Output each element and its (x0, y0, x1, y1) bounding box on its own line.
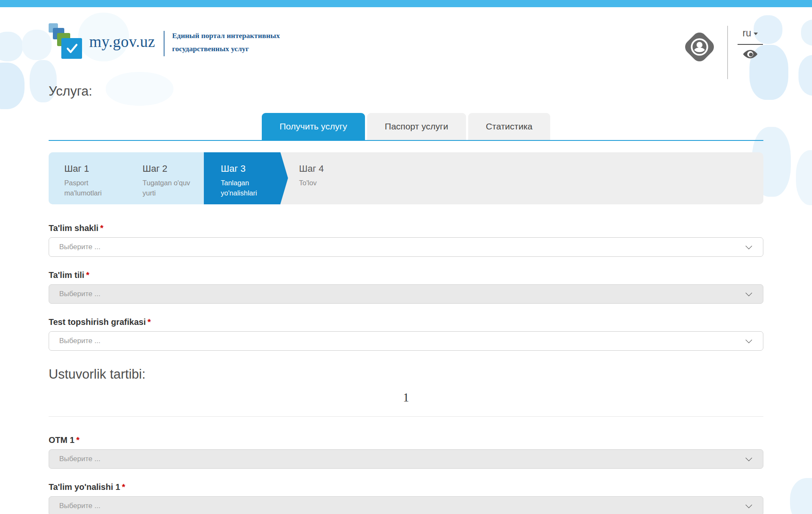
tab-get-service[interactable]: Получить услугу (262, 113, 365, 140)
page-title: Услуга: (49, 84, 763, 99)
priority-number: 1 (49, 390, 763, 404)
caret-down-icon (754, 33, 758, 35)
step-subtitle: Pasport ma'lumotlari (64, 178, 116, 198)
chevron-down-icon (746, 502, 752, 509)
tab-service-passport[interactable]: Паспорт услуги (367, 113, 466, 140)
site-title[interactable]: my.gov.uz (89, 33, 155, 51)
wizard-step-4[interactable]: Шаг 4 To'lov (283, 152, 362, 204)
site-logo[interactable] (49, 23, 82, 60)
select-placeholder: Выберите ... (59, 290, 100, 298)
step-title: Шаг 1 (64, 163, 127, 174)
logo-checkmark-icon (61, 38, 82, 59)
required-asterisk: * (122, 482, 125, 492)
select-placeholder: Выберите ... (59, 455, 100, 463)
field-label-talim-yonalishi-1: Ta'lim yo'nalishi 1* (49, 482, 763, 492)
lang-menu-divider (738, 44, 763, 45)
tagline-line1: Единый портал интерактивных (172, 29, 280, 42)
step-subtitle: Tanlagan yo'nalishlari (221, 178, 272, 198)
step-wizard: Шаг 1 Pasport ma'lumotlari Шаг 2 Tugatga… (49, 152, 763, 204)
step-title: Шаг 4 (299, 163, 362, 174)
tagline-line2: государственных услуг (172, 42, 280, 55)
wizard-step-2[interactable]: Шаг 2 Tugatgan o'quv yurti (127, 152, 205, 204)
step-title: Шаг 2 (143, 163, 205, 174)
accessibility-eye-icon[interactable] (743, 49, 758, 59)
section-divider (49, 416, 763, 417)
priority-section-heading: Ustuvorlik tartibi: (49, 367, 763, 382)
wizard-step-3[interactable]: Шаг 3 Tanlagan yo'nalishlari (205, 152, 283, 204)
select-placeholder: Выберите ... (59, 337, 100, 345)
required-asterisk: * (100, 223, 104, 233)
header-divider (727, 26, 728, 79)
language-label: ru (743, 27, 751, 39)
select-talim-tili[interactable]: Выберите ... (49, 284, 763, 304)
required-asterisk: * (148, 317, 151, 327)
field-label-talim-tili: Ta'lim tili* (49, 270, 763, 280)
select-test-grafikasi[interactable]: Выберите ... (49, 331, 763, 351)
field-label-test-grafikasi: Test topshirish grafikasi* (49, 317, 763, 327)
required-asterisk: * (76, 435, 80, 445)
chevron-down-icon (746, 290, 752, 297)
user-avatar-icon[interactable] (682, 29, 717, 65)
step-title: Шаг 3 (221, 163, 283, 174)
select-placeholder: Выберите ... (59, 502, 100, 510)
application-form: Ta'lim shakli* Выберите ... Ta'lim tili*… (49, 223, 763, 514)
site-tagline: Единый портал интерактивных государствен… (172, 29, 280, 55)
required-asterisk: * (86, 270, 89, 280)
select-otm-1[interactable]: Выберите ... (49, 449, 763, 469)
wizard-step-1[interactable]: Шаг 1 Pasport ma'lumotlari (49, 152, 127, 204)
tab-bar: Получить услугу Паспорт услуги Статистик… (49, 113, 763, 141)
field-label-otm-1: OTM 1* (49, 435, 763, 445)
step-subtitle: To'lov (299, 178, 351, 188)
language-selector[interactable]: ru (743, 27, 758, 39)
field-label-talim-shakli: Ta'lim shakli* (49, 223, 763, 233)
tab-statistics[interactable]: Статистика (468, 113, 550, 140)
site-header: my.gov.uz Единый портал интерактивных го… (49, 7, 763, 69)
select-talim-shakli[interactable]: Выберите ... (49, 237, 763, 257)
step-subtitle: Tugatgan o'quv yurti (143, 178, 194, 198)
select-talim-yonalishi-1[interactable]: Выберите ... (49, 496, 763, 514)
logo-divider (164, 31, 165, 56)
select-placeholder: Выберите ... (59, 243, 100, 251)
chevron-down-icon (746, 243, 752, 250)
top-accent-bar (0, 0, 812, 7)
chevron-down-icon (746, 337, 752, 344)
chevron-down-icon (746, 455, 752, 462)
